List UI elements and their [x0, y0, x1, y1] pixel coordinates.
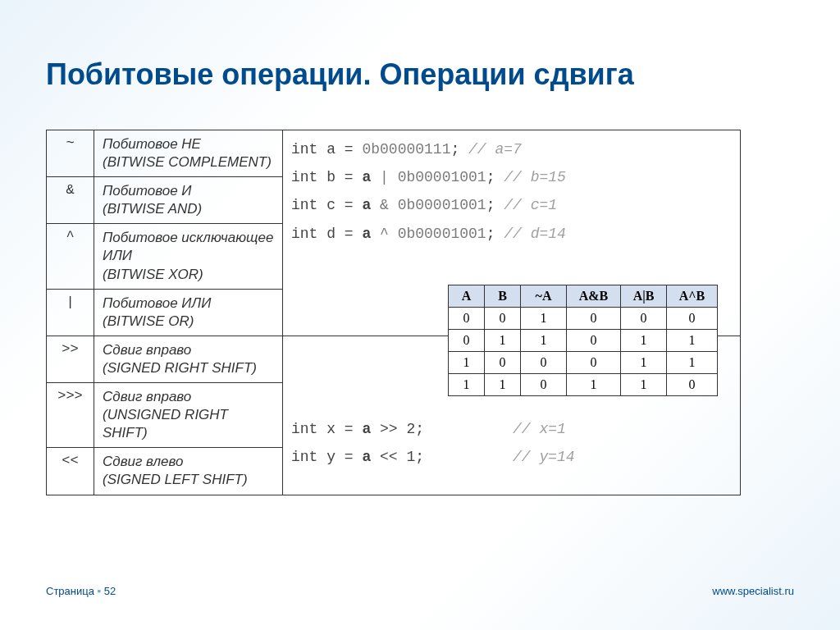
- code: ;: [450, 141, 468, 158]
- code-var: a: [362, 449, 371, 465]
- op-sym: >>: [47, 336, 94, 382]
- op-desc: Побитовое НЕ (BITWISE COMPLEMENT): [94, 130, 283, 177]
- code: int d =: [291, 226, 362, 242]
- code: int x =: [291, 421, 362, 437]
- op-desc: Побитовое ИЛИ (BITWISE OR): [94, 289, 283, 336]
- code-num: & 0b00001001: [371, 197, 486, 213]
- td: 1: [449, 352, 485, 374]
- truth-table: A B ~A A&B A|B A^B 0 0 1 0 0 0 0 1 1 0 1…: [448, 285, 718, 396]
- code-num: 0b00000111: [362, 141, 450, 158]
- code: int c =: [291, 197, 362, 213]
- td: 1: [621, 374, 667, 396]
- op-sym: ^: [47, 224, 94, 289]
- op-eng: (BITWISE COMPLEMENT): [103, 154, 272, 170]
- op-sym: ~: [47, 130, 94, 177]
- table-row: 0 1 1 0 1 1: [449, 330, 718, 352]
- op-desc: Сдвиг влево (SIGNED LEFT SHIFT): [94, 448, 283, 495]
- th: B: [485, 285, 521, 308]
- td: 1: [667, 352, 718, 374]
- code: ;: [486, 226, 504, 242]
- op-desc: Побитовое исключающее ИЛИ (BITWISE XOR): [94, 224, 283, 289]
- td: 0: [449, 330, 485, 352]
- td: 1: [621, 330, 667, 352]
- td: 1: [521, 308, 567, 330]
- code: << 1;: [371, 449, 513, 465]
- op-eng: (BITWISE OR): [103, 313, 194, 329]
- op-eng: (UNSIGNED RIGHT SHIFT): [103, 407, 228, 441]
- page-label: Страница: [46, 585, 94, 597]
- td: 0: [449, 308, 485, 330]
- code-comment: // c=1: [504, 197, 557, 213]
- code-comment: // x=1: [513, 421, 566, 437]
- code-num: ^ 0b00001001: [371, 226, 486, 242]
- td: 1: [485, 374, 521, 396]
- th: A: [449, 285, 485, 308]
- op-desc: Сдвиг вправо (SIGNED RIGHT SHIFT): [94, 336, 283, 382]
- table-row: 1 1 0 1 1 0: [449, 374, 718, 396]
- td: 0: [567, 308, 621, 330]
- op-sym: &: [47, 177, 94, 224]
- op-eng: (BITWISE AND): [103, 201, 202, 217]
- code: int y =: [291, 449, 362, 465]
- td: 1: [621, 352, 667, 374]
- code: ;: [486, 169, 504, 185]
- td: 0: [521, 352, 567, 374]
- op-name: Сдвиг влево: [103, 454, 183, 469]
- td: 1: [449, 374, 485, 396]
- code-var: a: [362, 226, 371, 242]
- op-desc: Побитовое И (BITWISE AND): [94, 177, 283, 224]
- code-var: a: [362, 169, 371, 185]
- td: 1: [667, 330, 718, 352]
- code-num: | 0b00001001: [371, 169, 486, 185]
- td: 0: [485, 352, 521, 374]
- op-sym: >>>: [47, 383, 94, 448]
- td: 0: [667, 374, 718, 396]
- truth-header-row: A B ~A A&B A|B A^B: [449, 285, 718, 308]
- td: 0: [521, 374, 567, 396]
- op-eng: (SIGNED RIGHT SHIFT): [103, 360, 257, 376]
- td: 0: [485, 308, 521, 330]
- op-name: Побитовое ИЛИ: [103, 295, 211, 311]
- op-name: Сдвиг вправо: [103, 389, 191, 404]
- td: 0: [621, 308, 667, 330]
- td: 0: [567, 330, 621, 352]
- td: 0: [567, 352, 621, 374]
- code-var: a: [362, 197, 371, 213]
- td: 1: [567, 374, 621, 396]
- op-eng: (BITWISE XOR): [103, 267, 203, 282]
- code: ;: [486, 197, 504, 213]
- op-name: Сдвиг вправо: [103, 342, 191, 358]
- footer-url: www.specialist.ru: [712, 585, 794, 597]
- code: int b =: [291, 169, 362, 185]
- slide-title: Побитовые операции. Операции сдвига: [46, 57, 634, 92]
- code-var: a: [362, 421, 371, 437]
- code-comment: // a=7: [468, 141, 522, 158]
- op-sym: |: [47, 289, 94, 336]
- th: A^B: [667, 285, 718, 308]
- code-comment: // d=14: [504, 226, 566, 242]
- op-sym: <<: [47, 448, 94, 495]
- code-comment: // y=14: [513, 449, 575, 465]
- th: ~A: [521, 285, 567, 308]
- th: A|B: [621, 285, 667, 308]
- code: >> 2;: [371, 421, 513, 437]
- op-name: Побитовое И: [103, 183, 192, 199]
- th: A&B: [567, 285, 621, 308]
- page-number: Страница ▪ 52: [46, 585, 116, 597]
- code-comment: // b=15: [504, 169, 566, 185]
- bullet-icon: ▪: [98, 585, 104, 597]
- page-num: 52: [104, 585, 116, 597]
- td: 0: [667, 308, 718, 330]
- table-row: 1 0 0 0 1 1: [449, 352, 718, 374]
- table-row: 0 0 1 0 0 0: [449, 308, 718, 330]
- op-name: Побитовое НЕ: [103, 136, 201, 152]
- td: 1: [521, 330, 567, 352]
- op-eng: (SIGNED LEFT SHIFT): [103, 472, 248, 487]
- op-name: Побитовое исключающее ИЛИ: [103, 230, 273, 263]
- td: 1: [485, 330, 521, 352]
- op-desc: Сдвиг вправо (UNSIGNED RIGHT SHIFT): [94, 383, 283, 448]
- code: int a =: [291, 141, 362, 158]
